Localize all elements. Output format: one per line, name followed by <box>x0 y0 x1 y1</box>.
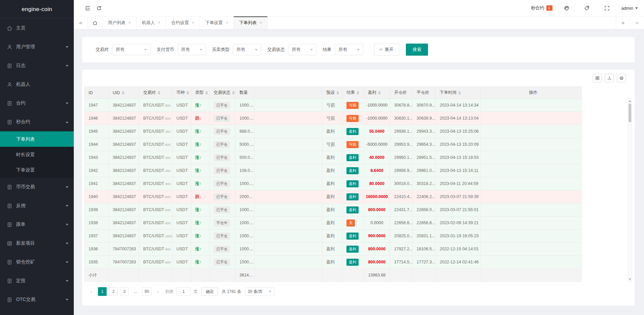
next-page-icon[interactable]: › <box>154 287 162 296</box>
goto-page-input[interactable] <box>176 287 191 296</box>
scrollbar-thumb[interactable] <box>629 104 631 122</box>
cell-spacer <box>255 216 322 230</box>
close-icon[interactable]: × <box>226 21 228 25</box>
print-icon[interactable] <box>617 74 626 82</box>
filter-select-trade-type[interactable]: 所有 <box>233 44 261 55</box>
column-header-status[interactable]: 交易状态 <box>210 87 235 99</box>
sort-icon[interactable] <box>186 91 189 94</box>
page-button[interactable]: 1 <box>98 287 107 296</box>
cell-uid: 3842124837 <box>109 138 139 151</box>
fullscreen-icon[interactable] <box>601 2 613 14</box>
cell-profit: -1000.0000 <box>364 99 390 112</box>
sidebar-item-rebate[interactable]: 反佣 <box>0 196 74 215</box>
profit-value: 900.0000 <box>368 234 385 238</box>
cell-amount: 1000.... <box>235 230 255 243</box>
column-header-uid[interactable]: UID <box>109 87 139 99</box>
cell-coin: USDT <box>172 112 191 125</box>
sort-icon[interactable] <box>336 91 339 94</box>
table-row: 19473842124837BTC/USDT-60SUSDT涨↑已平仓1000.… <box>85 99 582 112</box>
sidebar-item-order-list[interactable]: 下单列表 <box>0 131 74 147</box>
collapse-filters-button[interactable]: 展开 <box>374 44 399 56</box>
page-button[interactable]: 2 <box>109 287 118 296</box>
close-icon[interactable]: × <box>128 21 131 25</box>
cell-uid: 3842124837 <box>109 112 139 125</box>
sidebar-item-order-settings[interactable]: 下单设置 <box>0 162 74 178</box>
sort-icon[interactable] <box>158 91 160 94</box>
tabs-scroll-right-icon[interactable]: » <box>616 16 630 29</box>
sidebar-item-robots[interactable]: 机器人 <box>0 75 74 94</box>
sidebar-item-copy-trading[interactable]: 跟单 <box>0 215 74 234</box>
theme-palette-icon[interactable] <box>561 2 573 14</box>
scroll-up-icon[interactable] <box>628 99 632 103</box>
sidebar-item-contracts[interactable]: 合约 <box>0 94 74 113</box>
sidebar-item-spot-trading[interactable]: 币币交易 <box>0 178 74 196</box>
sort-icon[interactable] <box>232 91 235 94</box>
vertical-scrollbar[interactable] <box>628 99 632 281</box>
type-label: 涨 <box>195 142 200 147</box>
pair-name: BTC/USDT <box>143 116 164 121</box>
sort-icon[interactable] <box>357 91 359 94</box>
sidebar-item-duration-settings[interactable]: 时长设置 <box>0 147 74 162</box>
tab-order-list[interactable]: 下单列表× <box>234 16 268 29</box>
search-button[interactable]: 搜索 <box>406 44 428 56</box>
tabs-scroll-left-icon[interactable]: « <box>74 16 88 29</box>
tab-robots[interactable]: 机器人× <box>137 16 166 29</box>
cell-result: 盈利 <box>342 177 364 190</box>
column-header-profit[interactable]: 盈利 <box>364 87 390 99</box>
sort-icon[interactable] <box>458 91 461 94</box>
filter-select-result[interactable]: 所有 <box>335 44 363 55</box>
sidebar-item-home[interactable]: 主页 <box>0 19 74 38</box>
sidebar-item-logs[interactable]: 日志 <box>0 56 74 75</box>
tabs-menu-icon[interactable] <box>630 16 644 29</box>
sidebar-item-lock-mining[interactable]: 锁仓挖矿 <box>0 253 74 271</box>
column-header-result[interactable]: 结果 <box>342 87 364 99</box>
filter-select-pay-currency[interactable]: 所有 <box>177 44 206 55</box>
sidebar-item-second-contract[interactable]: 秒合约 <box>0 113 74 131</box>
column-header-preset[interactable]: 预设 <box>322 87 342 99</box>
user-dropdown[interactable]: admin <box>622 6 638 11</box>
tab-order-settings[interactable]: 下单设置× <box>200 16 234 29</box>
cell-id: 1935 <box>85 256 109 269</box>
page-size-select[interactable]: 20 条/页 <box>245 287 274 296</box>
sort-icon[interactable] <box>378 91 381 94</box>
cell-amount: 1000.... <box>235 256 255 269</box>
confirm-page-button[interactable]: 确定 <box>201 287 218 296</box>
close-icon[interactable]: × <box>192 21 194 25</box>
sidebar-fold-icon[interactable] <box>82 2 93 14</box>
notice-item[interactable]: 秒合约 0 <box>531 5 552 11</box>
home-tab[interactable] <box>88 16 103 29</box>
close-icon[interactable]: × <box>260 21 262 25</box>
cell-type: 跌↓ <box>191 190 210 203</box>
sidebar-item-new-projects[interactable]: 新发项目 <box>0 234 74 253</box>
sort-icon[interactable] <box>205 91 208 94</box>
scroll-down-icon[interactable] <box>628 277 632 281</box>
subtotal-amount: 3614... <box>235 269 255 282</box>
sidebar-item-otc-trading[interactable]: OTC交易 <box>0 290 74 309</box>
tab-user-list[interactable]: 用户列表× <box>103 16 137 29</box>
sidebar-item-news-management[interactable]: 新闻管理 <box>0 309 74 315</box>
page-button[interactable]: 90 <box>142 287 151 296</box>
close-icon[interactable]: × <box>158 21 160 25</box>
column-header-type[interactable]: 类型 <box>191 87 210 99</box>
filter-select-trading-pair[interactable]: 所有 <box>112 44 151 55</box>
sidebar: engine-coin 主页用户管理日志机器人合约秒合约下单列表时长设置下单设置… <box>0 0 74 315</box>
cell-pair: BTC/USDT-30S <box>139 177 172 190</box>
cell-spacer <box>255 125 322 138</box>
tab-contract-settings[interactable]: 合约设置× <box>166 16 200 29</box>
columns-grid-icon[interactable] <box>593 74 602 82</box>
export-download-icon[interactable] <box>605 74 614 82</box>
cell-profit: 55.0400 <box>364 125 390 138</box>
filter-select-trade-status[interactable]: 所有 <box>288 44 317 55</box>
column-header-coin[interactable]: 币种 <box>172 87 191 99</box>
prev-page-icon[interactable]: ‹ <box>87 287 96 296</box>
column-header-pair[interactable]: 交易对 <box>139 87 172 99</box>
sidebar-item-auto-invest[interactable]: 定投 <box>0 271 74 290</box>
sort-icon[interactable] <box>122 91 124 94</box>
column-header-time[interactable]: 下单时间 <box>436 87 481 99</box>
page-button[interactable]: 3 <box>120 287 129 296</box>
sidebar-item-user-management[interactable]: 用户管理 <box>0 38 74 56</box>
tag-icon[interactable] <box>581 2 593 14</box>
refresh-icon[interactable] <box>93 2 105 14</box>
cell-preset: 亏损 <box>322 138 342 151</box>
cell-spacer <box>255 164 322 177</box>
